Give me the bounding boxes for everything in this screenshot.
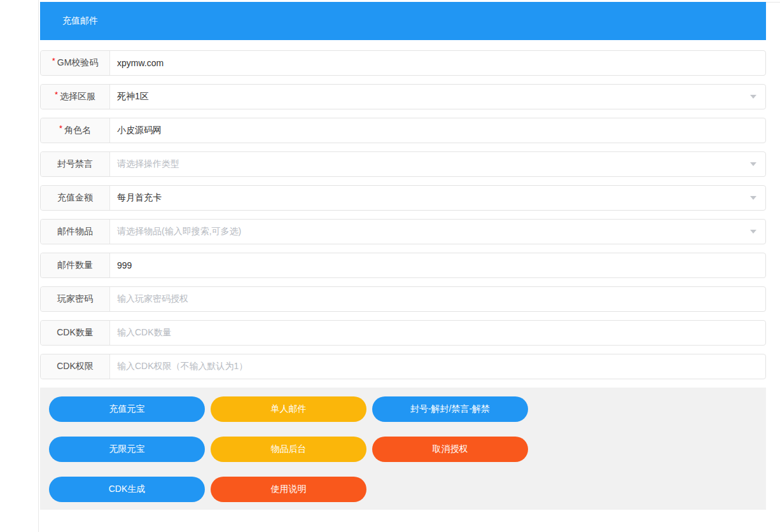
button-label: 封号-解封/禁言-解禁 — [410, 403, 490, 415]
single-mail-button[interactable]: 单人邮件 — [211, 396, 366, 422]
button-row: CDK生成 使用说明 — [49, 477, 757, 502]
required-asterisk: * — [55, 90, 58, 99]
field-value: 输入CDK权限（不输入默认为1） — [117, 361, 756, 372]
mail-items-select[interactable]: 请选择物品(输入即搜索,可多选) — [110, 220, 765, 244]
required-asterisk: * — [52, 56, 55, 66]
field-label-text: 封号禁言 — [57, 158, 93, 170]
button-row: 无限元宝 物品后台 取消授权 — [49, 437, 757, 462]
field-label: * 选择区服 — [41, 85, 110, 109]
cdk-generate-button[interactable]: CDK生成 — [49, 477, 205, 502]
field-label-text: 邮件数量 — [57, 260, 93, 271]
button-label: 无限元宝 — [109, 444, 145, 455]
field-label: 充值金额 — [41, 186, 110, 210]
actions-panel: 充值元宝 单人邮件 封号-解封/禁言-解禁 无限元宝 物品后台 取消授权 CDK… — [40, 388, 766, 510]
usage-instructions-button[interactable]: 使用说明 — [211, 477, 366, 502]
form-row: 玩家密码 输入玩家密码授权 — [40, 286, 766, 312]
top-border-line — [766, 2, 780, 3]
form-row: * GM校验码 xpymw.com — [40, 50, 766, 76]
page: 充值邮件 * GM校验码 xpymw.com * 选择区服 死神1区 * 角色名… — [0, 0, 780, 532]
field-label-text: GM校验码 — [57, 57, 99, 69]
form-row: 邮件物品 请选择物品(输入即搜索,可多选) — [40, 219, 766, 244]
ban-unban-mute-button[interactable]: 封号-解封/禁言-解禁 — [372, 396, 528, 422]
field-value: 每月首充卡 — [117, 192, 745, 204]
field-label-text: 玩家密码 — [57, 293, 93, 305]
field-value: xpymw.com — [117, 58, 756, 68]
form-row: 封号禁言 请选择操作类型 — [40, 151, 766, 177]
field-label: CDK数量 — [41, 321, 110, 345]
field-label: 封号禁言 — [41, 152, 110, 176]
field-value: 小皮源码网 — [117, 125, 756, 136]
field-label-text: CDK数量 — [57, 327, 94, 339]
button-label: 充值元宝 — [109, 403, 145, 415]
mail-count-input[interactable]: 999 — [110, 253, 765, 277]
recharge-yuanbao-button[interactable]: 充值元宝 — [49, 396, 205, 422]
field-value: 请选择物品(输入即搜索,可多选) — [117, 226, 745, 237]
field-label: 玩家密码 — [41, 287, 110, 311]
gm-code-input[interactable]: xpymw.com — [110, 51, 765, 75]
field-value: 输入玩家密码授权 — [117, 293, 756, 305]
form-row: 充值金额 每月首充卡 — [40, 185, 766, 211]
field-label-text: 充值金额 — [57, 192, 93, 204]
button-label: 取消授权 — [433, 444, 468, 455]
button-row: 充值元宝 单人邮件 封号-解封/禁言-解禁 — [49, 396, 757, 422]
field-label: * 角色名 — [41, 118, 110, 143]
item-backend-button[interactable]: 物品后台 — [211, 437, 366, 462]
field-value: 请选择操作类型 — [117, 158, 745, 170]
field-label: * GM校验码 — [41, 51, 110, 75]
field-label-text: CDK权限 — [57, 361, 94, 372]
server-select-select[interactable]: 死神1区 — [110, 85, 765, 109]
field-value: 输入CDK数量 — [117, 327, 756, 339]
cdk-count-input[interactable]: 输入CDK数量 — [110, 321, 765, 345]
field-label: 邮件数量 — [41, 253, 110, 277]
field-label-text: 选择区服 — [60, 91, 95, 102]
panel-title: 充值邮件 — [62, 15, 98, 27]
chevron-down-icon — [750, 162, 756, 166]
sidebar-divider — [38, 0, 39, 532]
button-label: 单人邮件 — [271, 403, 307, 415]
ban-mute-select[interactable]: 请选择操作类型 — [110, 152, 765, 176]
chevron-down-icon — [750, 196, 756, 200]
form-row: * 角色名 小皮源码网 — [40, 118, 766, 143]
recharge-amount-select[interactable]: 每月首充卡 — [110, 186, 765, 210]
field-label-text: 角色名 — [64, 125, 91, 136]
form-row: CDK权限 输入CDK权限（不输入默认为1） — [40, 354, 766, 379]
chevron-down-icon — [750, 230, 756, 234]
cancel-auth-button[interactable]: 取消授权 — [372, 437, 528, 462]
field-label-text: 邮件物品 — [57, 226, 93, 237]
button-label: 物品后台 — [271, 444, 307, 455]
form-row: CDK数量 输入CDK数量 — [40, 320, 766, 346]
field-label: 邮件物品 — [41, 220, 110, 244]
form-row: * 选择区服 死神1区 — [40, 84, 766, 109]
button-label: 使用说明 — [271, 484, 307, 495]
form-row: 邮件数量 999 — [40, 253, 766, 278]
role-name-input[interactable]: 小皮源码网 — [110, 118, 765, 143]
chevron-down-icon — [750, 95, 756, 99]
panel-header: 充值邮件 — [40, 2, 766, 40]
required-asterisk: * — [59, 123, 62, 133]
cdk-permission-input[interactable]: 输入CDK权限（不输入默认为1） — [110, 354, 765, 379]
player-password-input[interactable]: 输入玩家密码授权 — [110, 287, 765, 311]
button-label: CDK生成 — [109, 484, 146, 495]
unlimited-yuanbao-button[interactable]: 无限元宝 — [49, 437, 205, 462]
field-value: 死神1区 — [117, 91, 745, 102]
field-value: 999 — [117, 260, 756, 270]
form: * GM校验码 xpymw.com * 选择区服 死神1区 * 角色名 小皮源码… — [40, 50, 766, 379]
field-label: CDK权限 — [41, 354, 110, 379]
content-panel: 充值邮件 * GM校验码 xpymw.com * 选择区服 死神1区 * 角色名… — [40, 2, 766, 510]
